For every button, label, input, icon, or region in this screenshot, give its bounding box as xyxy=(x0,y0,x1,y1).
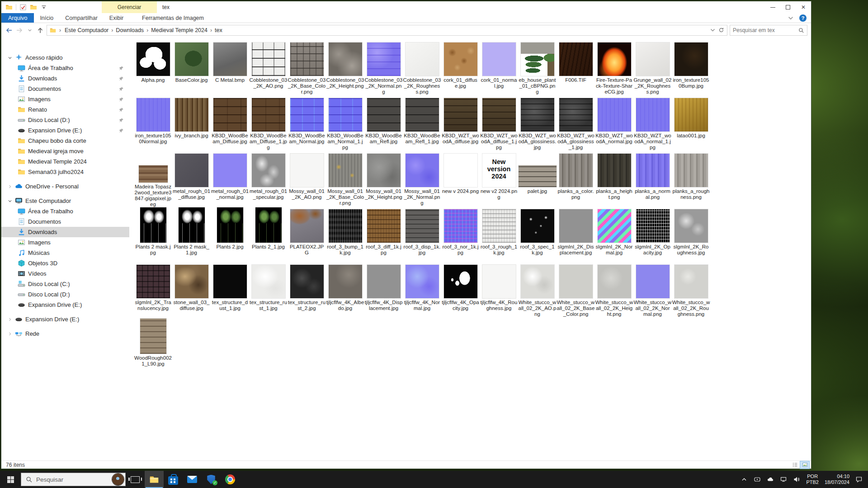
details-view-icon[interactable] xyxy=(790,461,799,469)
file-item[interactable]: new v 2024.png xyxy=(441,152,480,207)
sidebar-item[interactable]: Vídeos xyxy=(1,268,129,279)
recent-locations-icon[interactable] xyxy=(26,26,34,34)
sidebar-item[interactable]: Medieval igreja move xyxy=(1,146,129,156)
file-item[interactable]: White_stucco_wall_02_2K_Base_Color.png xyxy=(557,263,595,319)
file-item[interactable]: latao001.jpg xyxy=(672,96,710,152)
file-item[interactable]: metal_rough_01_normal.jpg xyxy=(211,152,249,207)
file-item[interactable]: Plants 2.jpg xyxy=(211,207,249,263)
sidebar-item[interactable]: Objetos 3D xyxy=(1,258,129,268)
file-item[interactable]: slgmInl_2K_Displacement.jpg xyxy=(557,207,595,263)
file-item[interactable]: KB3D_WZT_woodA_diffuse.jpg xyxy=(441,96,480,152)
sidebar-item[interactable]: Downloads xyxy=(1,73,129,84)
file-item[interactable]: C Metal.bmp xyxy=(211,41,249,96)
sidebar-item[interactable]: Renato xyxy=(1,104,129,115)
tab-ferramentas-de-imagem[interactable]: Ferramentas de Imagem xyxy=(136,13,210,23)
breadcrumb-item[interactable]: Este Computador xyxy=(62,27,111,33)
file-item[interactable]: Grunge_wall_02_2K_Roughness.png xyxy=(633,41,672,96)
file-item[interactable]: iron_texture1050Normal.jpg xyxy=(134,96,172,152)
chevron-right-icon[interactable] xyxy=(7,331,13,337)
file-item[interactable]: roof_3_bump_1k.jpg xyxy=(326,207,364,263)
chrome-button[interactable] xyxy=(221,471,240,488)
file-item[interactable]: White_stucco_wall_02_2K_Roughness.png xyxy=(672,263,710,319)
file-item[interactable]: White_stucco_wall_02_2K_Height.png xyxy=(595,263,633,319)
file-item[interactable]: Cobblestone_03_2K_Normal.png xyxy=(364,41,403,96)
file-item[interactable]: Plants 2 mask.jpg xyxy=(134,207,172,263)
sidebar-item[interactable]: Imagens xyxy=(1,237,129,248)
file-item[interactable]: slgmInl_2K_Translucency.jpg xyxy=(134,263,172,319)
thumbnail-view-icon[interactable] xyxy=(800,461,809,469)
chevron-right-icon[interactable] xyxy=(7,317,13,322)
sidebar-item[interactable]: Disco Local (D:) xyxy=(1,115,129,125)
forward-icon[interactable] xyxy=(15,26,24,34)
file-item[interactable]: KB3D_WoodBeam_Diffuse_1.jpg xyxy=(249,96,288,152)
file-item[interactable]: PLATEOX2.JPG xyxy=(288,207,326,263)
mail-button[interactable] xyxy=(183,471,202,488)
file-item[interactable]: Cobblestone_03_2K_Height.png xyxy=(326,41,364,96)
search-box[interactable] xyxy=(730,25,807,36)
file-item[interactable]: KB3D_WZT_woodA_diffuse_1.jpg xyxy=(480,96,518,152)
file-item[interactable]: planks_a_normal.png xyxy=(633,152,672,207)
ribbon-collapse-icon[interactable] xyxy=(788,15,794,21)
tab-exibir[interactable]: Exibir xyxy=(104,13,129,23)
sidebar-section[interactable]: OneDrive - Personal xyxy=(1,181,129,192)
sidebar-item[interactable]: Documentos xyxy=(1,84,129,94)
tray-chevron-icon[interactable] xyxy=(741,476,748,483)
file-item[interactable]: tjljcflfw_4K_Normal.jpg xyxy=(403,263,441,319)
file-item[interactable]: tjljcflfw_4K_Albedo.jpg xyxy=(326,263,364,319)
file-item[interactable]: Fire-Texture-Pack-Texture-ShareCG.jpg xyxy=(595,41,633,96)
file-item[interactable]: Mossy_wall_01_2K_Normal.png xyxy=(403,152,441,207)
file-item[interactable]: eb_house_plant_01_cBPNG.png xyxy=(518,41,557,96)
title-bar[interactable]: Gerenciar tex xyxy=(1,1,811,13)
file-item[interactable]: KB3D_WZT_woodA_glossiness_1.jpg xyxy=(557,96,595,152)
help-icon[interactable] xyxy=(799,14,807,22)
sidebar-item[interactable]: Documentos xyxy=(1,216,129,227)
file-item[interactable]: KB3D_WZT_woodA_normal_1.jpg xyxy=(633,96,672,152)
file-item[interactable]: cork_01_normal.jpg xyxy=(480,41,518,96)
network-tray-icon[interactable] xyxy=(780,476,787,483)
sidebar-item[interactable]: Chapeu bobo da corte xyxy=(1,136,129,146)
file-item[interactable]: WoodRough0021_L90.jpg xyxy=(134,319,172,374)
file-item[interactable]: KB3D_WZT_woodA_normal.jpg xyxy=(595,96,633,152)
file-item[interactable]: tjljcflfw_4K_Opacity.jpg xyxy=(441,263,480,319)
sidebar-item[interactable]: Expansion Drive (E:) xyxy=(1,300,129,310)
file-item[interactable]: KB3D_WoodBeam_Refl_1.jpg xyxy=(403,96,441,152)
properties-check-icon[interactable] xyxy=(19,4,27,11)
file-item[interactable]: tjljcflfw_4K_Roughness.jpg xyxy=(480,263,518,319)
tab-compartilhar[interactable]: Compartilhar xyxy=(59,13,104,23)
file-item[interactable]: KB3D_WZT_woodA_glossiness.jpg xyxy=(518,96,557,152)
file-item[interactable]: roof_3_disp_1k.jpg xyxy=(403,207,441,263)
up-icon[interactable] xyxy=(36,26,44,34)
task-view-button[interactable] xyxy=(126,471,145,488)
file-item[interactable]: iron_texture1050Bump.jpg xyxy=(672,41,710,96)
back-icon[interactable] xyxy=(5,26,13,34)
file-item[interactable]: Cobblestone_03_2K_AO.png xyxy=(249,41,288,96)
file-item[interactable]: stone_wall_03_diffuse.jpg xyxy=(172,263,211,319)
file-item[interactable]: roof_3_diff_1k.jpg xyxy=(364,207,403,263)
breadcrumb-item[interactable]: Downloads xyxy=(113,27,146,33)
taskbar-search-input[interactable] xyxy=(36,476,108,483)
refresh-icon[interactable] xyxy=(718,27,724,33)
chevron-down-icon[interactable] xyxy=(7,55,13,61)
notification-center-icon[interactable] xyxy=(855,476,863,483)
file-item[interactable]: Plants 2_1.jpg xyxy=(249,207,288,263)
file-item[interactable]: New version 2024new v2 2024.png xyxy=(480,152,518,207)
minimize-button[interactable] xyxy=(765,1,780,13)
file-item[interactable]: White_stucco_wall_02_2K_Normal.png xyxy=(633,263,672,319)
file-item[interactable]: BaseColor.jpg xyxy=(172,41,211,96)
sidebar-item[interactable]: Área de Trabalho xyxy=(1,206,129,216)
chevron-right-icon[interactable] xyxy=(7,184,13,189)
file-item[interactable]: tjljcflfw_4K_Displacement.jpg xyxy=(364,263,403,319)
start-button[interactable] xyxy=(0,471,21,488)
file-item[interactable]: Mossy_wall_01_2K_Height.png xyxy=(364,152,403,207)
onedrive-tray-icon[interactable] xyxy=(767,476,774,483)
breadcrumb-item[interactable]: Medieval Temple 2024 xyxy=(149,27,210,33)
language-indicator[interactable]: PORPTB2 xyxy=(806,474,819,485)
breadcrumb-item[interactable]: tex xyxy=(212,27,225,33)
sidebar-item[interactable]: Músicas xyxy=(1,248,129,258)
file-item[interactable]: roof_3_spec_1k.jpg xyxy=(518,207,557,263)
file-explorer-taskbar-button[interactable] xyxy=(145,471,164,488)
file-item[interactable]: Plants 2 mask_1.jpg xyxy=(172,207,211,263)
sidebar-item[interactable]: Área de Trabalho xyxy=(1,63,129,73)
file-item[interactable]: slgmInl_2K_Opacity.jpg xyxy=(633,207,672,263)
file-item[interactable]: ivy_branch.jpg xyxy=(172,96,211,152)
